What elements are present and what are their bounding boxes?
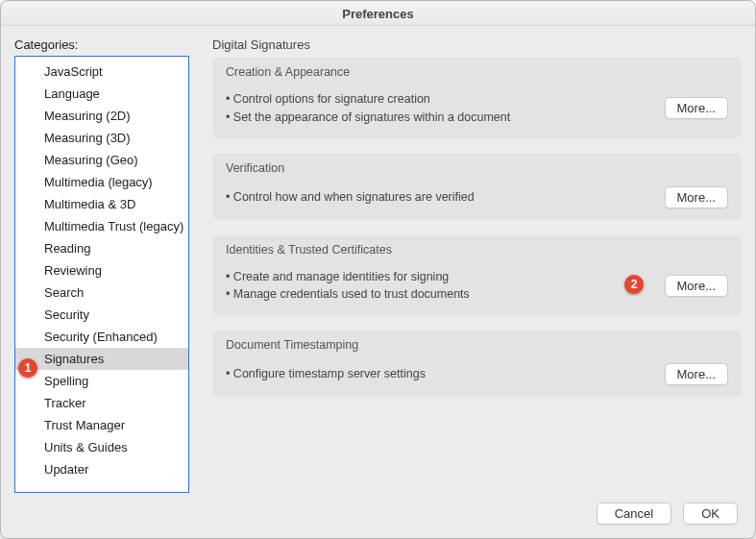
group-title: Document Timestamping	[224, 331, 730, 357]
annotation-1: 1	[18, 358, 37, 378]
category-item[interactable]: Tracker	[15, 392, 188, 414]
categories-label: Categories:	[14, 37, 189, 52]
group-bullet: • Manage credentials used to trust docum…	[226, 285, 653, 304]
settings-group: Creation & Appearance• Control options f…	[212, 58, 742, 138]
category-item[interactable]: Signatures	[15, 348, 188, 370]
category-item[interactable]: JavaScript	[15, 61, 188, 83]
more-button[interactable]: More...	[665, 186, 728, 208]
category-item[interactable]: Units & Guides	[15, 436, 188, 458]
preferences-window: Preferences Categories: JavaScriptLangua…	[0, 0, 756, 539]
cancel-button[interactable]: Cancel	[597, 502, 671, 525]
category-item[interactable]: Multimedia Trust (legacy)	[15, 215, 188, 237]
category-item[interactable]: Multimedia & 3D	[15, 193, 188, 215]
category-item[interactable]: Search	[15, 282, 188, 304]
settings-group: Document Timestamping• Configure timesta…	[212, 331, 742, 397]
group-bullet: • Set the appearance of signatures withi…	[226, 109, 653, 127]
groups-container: Creation & Appearance• Control options f…	[212, 58, 742, 412]
categories-list[interactable]: JavaScriptLanguageMeasuring (2D)Measurin…	[14, 56, 189, 493]
group-body: • Configure timestamp server settingsMor…	[224, 357, 730, 385]
window-body: Categories: JavaScriptLanguageMeasuring …	[1, 26, 755, 493]
group-bullet: • Control how and when signatures are ve…	[226, 188, 653, 207]
group-body: • Create and manage identities for signi…	[224, 262, 730, 305]
category-item[interactable]: Reviewing	[15, 259, 188, 282]
group-title: Creation & Appearance	[224, 58, 730, 85]
sidebar: Categories: JavaScriptLanguageMeasuring …	[14, 37, 189, 493]
group-description: • Control how and when signatures are ve…	[226, 188, 653, 207]
category-item[interactable]: Updater	[15, 458, 188, 480]
category-item[interactable]: Security	[15, 304, 188, 326]
more-button[interactable]: More...	[665, 275, 728, 297]
group-description: • Configure timestamp server settings	[226, 365, 653, 383]
category-item[interactable]: Security (Enhanced)	[15, 326, 188, 348]
category-item[interactable]: Trust Manager	[15, 414, 188, 436]
category-item[interactable]: Measuring (3D)	[15, 127, 188, 149]
group-body: • Control options for signature creation…	[224, 85, 730, 127]
dialog-footer: Cancel OK	[1, 493, 755, 538]
group-bullet: • Configure timestamp server settings	[226, 365, 653, 383]
group-title: Verification	[224, 154, 730, 181]
category-item[interactable]: Language	[15, 83, 188, 105]
category-item[interactable]: Spelling	[15, 370, 188, 392]
window-title: Preferences	[1, 1, 755, 26]
group-bullet: • Control options for signature creation	[226, 90, 653, 109]
ok-button[interactable]: OK	[683, 502, 738, 525]
settings-group: Identities & Trusted Certificates• Creat…	[212, 235, 742, 316]
settings-group: Verification• Control how and when signa…	[212, 154, 742, 220]
category-item[interactable]: Measuring (Geo)	[15, 149, 188, 171]
section-heading: Digital Signatures	[212, 37, 742, 52]
more-button[interactable]: More...	[665, 97, 728, 119]
group-description: • Create and manage identities for signi…	[226, 268, 653, 305]
group-title: Identities & Trusted Certificates	[224, 235, 730, 262]
category-item[interactable]: Measuring (2D)	[15, 105, 188, 127]
group-description: • Control options for signature creation…	[226, 90, 653, 127]
more-button[interactable]: More...	[665, 363, 728, 385]
group-bullet: • Create and manage identities for signi…	[226, 268, 653, 286]
annotation-2: 2	[624, 275, 644, 294]
group-body: • Control how and when signatures are ve…	[224, 181, 730, 208]
category-item[interactable]: Reading	[15, 237, 188, 259]
category-item[interactable]: Multimedia (legacy)	[15, 171, 188, 193]
main-panel: Digital Signatures Creation & Appearance…	[212, 37, 742, 493]
